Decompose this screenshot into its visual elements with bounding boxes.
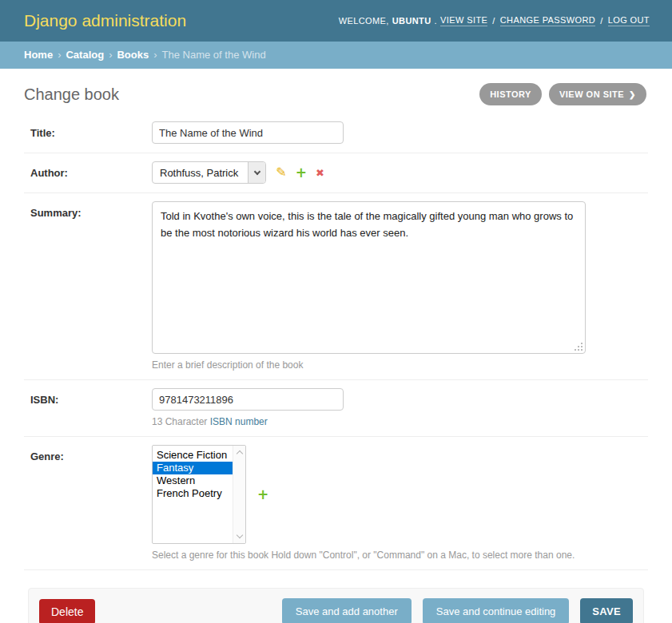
breadcrumb-home[interactable]: Home xyxy=(24,49,53,61)
link-separator: / xyxy=(492,16,495,26)
scroll-up-icon[interactable] xyxy=(236,450,242,457)
form-row-title: Title: xyxy=(24,113,648,153)
isbn-help-text: 13 Character ISBN number xyxy=(152,416,344,427)
form-row-summary: Summary: Told in Kvothe's own voice, thi… xyxy=(24,193,648,380)
genre-scrollbar[interactable] xyxy=(233,446,245,543)
breadcrumb-separator: › xyxy=(109,49,112,61)
isbn-number-link[interactable]: ISBN number xyxy=(210,416,268,427)
breadcrumb-separator: › xyxy=(58,49,61,61)
save-and-continue-button[interactable]: Save and continue editing xyxy=(423,598,570,623)
add-genre-icon[interactable]: + xyxy=(257,488,268,502)
welcome-suffix: . xyxy=(435,16,437,26)
summary-label: Summary: xyxy=(24,201,152,219)
genre-label: Genre: xyxy=(24,445,152,462)
log-out-link[interactable]: LOG OUT xyxy=(608,15,650,26)
submit-row: Delete Save and add another Save and con… xyxy=(28,588,644,623)
delete-button[interactable]: Delete xyxy=(39,599,95,623)
object-tools: HISTORY VIEW ON SITE ❯ xyxy=(479,83,646,105)
site-title[interactable]: Django administration xyxy=(24,11,186,30)
genre-option[interactable]: French Poetry xyxy=(153,487,233,500)
scroll-down-icon[interactable] xyxy=(236,532,242,538)
welcome-text: WELCOME, xyxy=(339,16,389,26)
author-selected-value: Rothfuss, Patrick xyxy=(153,162,248,183)
breadcrumb: Home › Catalog › Books › The Name of the… xyxy=(0,42,672,69)
summary-help-text: Enter a brief description of the book xyxy=(152,359,586,371)
breadcrumb-catalog[interactable]: Catalog xyxy=(66,49,104,61)
view-on-site-label: VIEW ON SITE xyxy=(559,89,624,99)
resize-grip-icon[interactable] xyxy=(581,349,583,351)
chevron-down-icon xyxy=(254,168,260,174)
change-password-link[interactable]: CHANGE PASSWORD xyxy=(500,15,595,26)
main-content: Change book HISTORY VIEW ON SITE ❯ Title… xyxy=(0,83,672,570)
save-button[interactable]: SAVE xyxy=(580,598,633,623)
author-label: Author: xyxy=(24,161,152,179)
form-row-author: Author: Rothfuss, Patrick ✎ + ✖ xyxy=(24,153,648,193)
link-separator: / xyxy=(600,16,602,26)
page-title: Change book xyxy=(24,85,119,104)
isbn-input[interactable] xyxy=(152,388,344,411)
genre-help-text: Select a genre for this book Hold down "… xyxy=(152,550,575,561)
user-tools: WELCOME, UBUNTU. VIEW SITE / CHANGE PASS… xyxy=(339,15,650,26)
title-label: Title: xyxy=(24,121,152,139)
genre-option[interactable]: Science Fiction xyxy=(153,449,233,462)
genre-multiselect[interactable]: Science Fiction Fantasy Western French P… xyxy=(152,445,246,544)
isbn-help-prefix: 13 Character xyxy=(152,416,210,427)
isbn-label: ISBN: xyxy=(24,388,152,406)
breadcrumb-books[interactable]: Books xyxy=(117,49,149,61)
select-dropdown-button[interactable] xyxy=(248,162,265,183)
author-select[interactable]: Rothfuss, Patrick xyxy=(152,161,266,184)
view-on-site-button[interactable]: VIEW ON SITE ❯ xyxy=(549,83,646,105)
genre-options-list: Science Fiction Fantasy Western French P… xyxy=(153,446,233,543)
chevron-right-icon: ❯ xyxy=(629,90,636,99)
form-row-isbn: ISBN: 13 Character ISBN number xyxy=(24,380,648,437)
admin-header: Django administration WELCOME, UBUNTU. V… xyxy=(0,0,672,42)
username: UBUNTU xyxy=(392,16,431,26)
save-and-add-another-button[interactable]: Save and add another xyxy=(282,598,412,623)
delete-author-icon[interactable]: ✖ xyxy=(316,168,324,178)
title-input[interactable] xyxy=(152,121,344,144)
breadcrumb-current-page: The Name of the Wind xyxy=(162,49,266,61)
view-site-link[interactable]: VIEW SITE xyxy=(440,15,487,26)
history-button[interactable]: HISTORY xyxy=(479,83,542,105)
breadcrumb-separator: › xyxy=(153,49,157,61)
summary-textarea[interactable]: Told in Kvothe's own voice, this is the … xyxy=(152,201,586,354)
edit-author-icon[interactable]: ✎ xyxy=(276,166,286,179)
genre-option[interactable]: Fantasy xyxy=(153,462,233,474)
form-row-genre: Genre: Science Fiction Fantasy Western F… xyxy=(24,437,648,570)
genre-option[interactable]: Western xyxy=(153,474,233,487)
add-author-icon[interactable]: + xyxy=(296,166,307,180)
